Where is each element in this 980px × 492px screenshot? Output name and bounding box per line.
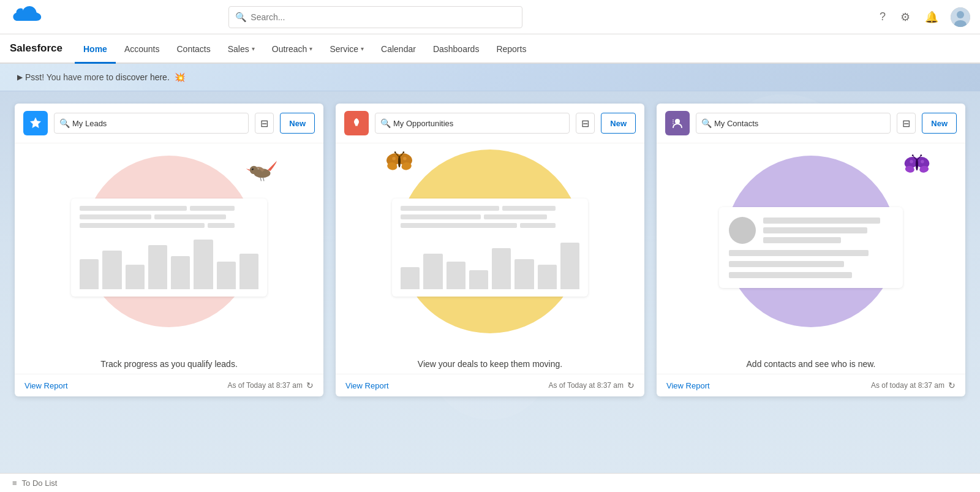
contacts-card-header: 🔍 ⊟ New [657, 104, 965, 143]
leads-card-header: 🔍 ⊟ New [15, 104, 323, 143]
leads-refresh-icon[interactable]: ↻ [306, 380, 314, 390]
opps-new-button[interactable]: New [601, 113, 636, 134]
contact-line-3 [763, 237, 841, 243]
nav-item-contacts[interactable]: Contacts [168, 36, 219, 64]
contact-avatar-row [729, 217, 893, 244]
sales-chevron: ▾ [252, 45, 255, 52]
contacts-footer-meta: As of today at 8:37 am ↻ [871, 380, 956, 390]
top-bar: 🔍 ? ⚙ 🔔 [0, 0, 980, 34]
leads-footer-meta: As of Today at 8:37 am ↻ [227, 380, 314, 390]
settings-button[interactable]: ⚙ [898, 8, 913, 26]
contacts-view-report[interactable]: View Report [666, 381, 710, 390]
svg-rect-23 [673, 119, 674, 121]
nav-item-reports[interactable]: Reports [488, 36, 535, 64]
opps-refresh-icon[interactable]: ↻ [627, 380, 635, 390]
svg-point-1 [957, 11, 964, 18]
contacts-search-input[interactable] [714, 119, 885, 128]
nav-item-calendar[interactable]: Calendar [372, 36, 424, 64]
notifications-button[interactable]: 🔔 [922, 8, 941, 26]
nav-item-accounts[interactable]: Accounts [116, 36, 168, 64]
svg-rect-10 [355, 125, 358, 126]
contacts-refresh-icon[interactable]: ↻ [948, 380, 956, 390]
svg-point-20 [392, 157, 395, 160]
leads-search-input[interactable] [72, 119, 243, 128]
opps-chart-bars [401, 234, 579, 289]
contact-lines [763, 218, 893, 243]
leads-new-button[interactable]: New [280, 113, 315, 134]
leads-search: 🔍 [54, 113, 249, 134]
leads-chart-rows [80, 206, 258, 228]
opps-chart-row-2 [401, 214, 579, 219]
contacts-new-button[interactable]: New [922, 113, 957, 134]
avatar[interactable] [951, 7, 970, 27]
contacts-desc: Add contacts and see who is new. [657, 352, 965, 374]
leads-chart [71, 199, 267, 297]
contact-line-1 [763, 218, 880, 224]
contacts-footer: View Report As of today at 8:37 am ↻ [657, 374, 965, 396]
bottom-bar: ≡ To Do List [0, 473, 980, 492]
opps-search: 🔍 [375, 113, 570, 134]
nav-items: Home Accounts Contacts Sales ▾ Outreach … [75, 34, 535, 62]
contact-line-4 [729, 250, 869, 256]
contacts-illustration [657, 143, 965, 352]
banner: ▶ Psst! You have more to discover here. … [0, 64, 980, 91]
contact-line-6 [729, 272, 852, 278]
app-name: Salesforce [10, 42, 62, 55]
svg-point-30 [916, 159, 918, 170]
chart-row-2 [80, 214, 258, 219]
svg-point-21 [403, 157, 406, 160]
svg-point-36 [921, 160, 924, 163]
svg-rect-9 [355, 124, 358, 125]
svg-line-7 [263, 178, 265, 181]
top-actions: ? ⚙ 🔔 [877, 7, 970, 27]
svg-point-19 [402, 151, 404, 153]
leads-view-report[interactable]: View Report [24, 381, 68, 390]
svg-point-15 [398, 156, 401, 167]
opps-footer: View Report As of Today at 8:37 am ↻ [336, 374, 644, 396]
svg-point-35 [910, 160, 913, 163]
nav-item-service[interactable]: Service ▾ [321, 36, 372, 64]
contacts-icon [665, 111, 690, 135]
search-icon: 🔍 [235, 12, 247, 23]
cards-grid: 🔍 ⊟ New [15, 104, 965, 396]
chart-row-1 [80, 206, 258, 211]
svg-rect-25 [673, 123, 674, 124]
search-bar: 🔍 [228, 6, 522, 28]
nav-item-home[interactable]: Home [75, 36, 116, 64]
nav-item-sales[interactable]: Sales ▾ [219, 36, 263, 64]
contact-line-2 [763, 227, 867, 233]
contacts-search-icon: 🔍 [701, 118, 712, 128]
outreach-chevron: ▾ [309, 45, 312, 52]
svg-point-17 [394, 151, 396, 153]
main-content: 🔍 ⊟ New [0, 91, 980, 473]
svg-point-6 [252, 168, 252, 169]
butterfly-decoration [385, 149, 414, 178]
banner-arrow: ▶ [17, 73, 23, 81]
leads-footer: View Report As of Today at 8:37 am ↻ [15, 374, 323, 396]
leads-desc: Track progress as you qualify leads. [15, 352, 323, 374]
contacts-filter-button[interactable]: ⊟ [897, 113, 916, 134]
opps-search-icon: 🔍 [380, 118, 391, 128]
search-input[interactable] [251, 12, 516, 22]
opps-filter-button[interactable]: ⊟ [576, 113, 595, 134]
svg-point-22 [675, 119, 680, 124]
help-button[interactable]: ? [877, 8, 888, 26]
todo-list-label: To Do List [22, 479, 58, 488]
svg-rect-24 [673, 121, 674, 123]
leads-chart-bars [80, 234, 258, 289]
leads-illustration [15, 143, 323, 352]
opps-desc: View your deals to keep them moving. [336, 352, 644, 374]
nav-item-outreach[interactable]: Outreach ▾ [263, 36, 322, 64]
bird-decoration [244, 156, 281, 191]
opps-chart-rows [401, 206, 579, 228]
butterfly-purple-decoration [902, 153, 932, 181]
chart-row-3 [80, 223, 258, 228]
contact-avatar-circle [729, 217, 756, 244]
nav-item-dashboards[interactable]: Dashboards [424, 36, 488, 64]
opps-chart-row-1 [401, 206, 579, 211]
nav-bar: Salesforce Home Accounts Contacts Sales … [0, 34, 980, 64]
leads-filter-button[interactable]: ⊟ [255, 113, 274, 134]
contacts-search: 🔍 [696, 113, 891, 134]
opps-view-report[interactable]: View Report [345, 381, 389, 390]
opps-search-input[interactable] [393, 119, 564, 128]
